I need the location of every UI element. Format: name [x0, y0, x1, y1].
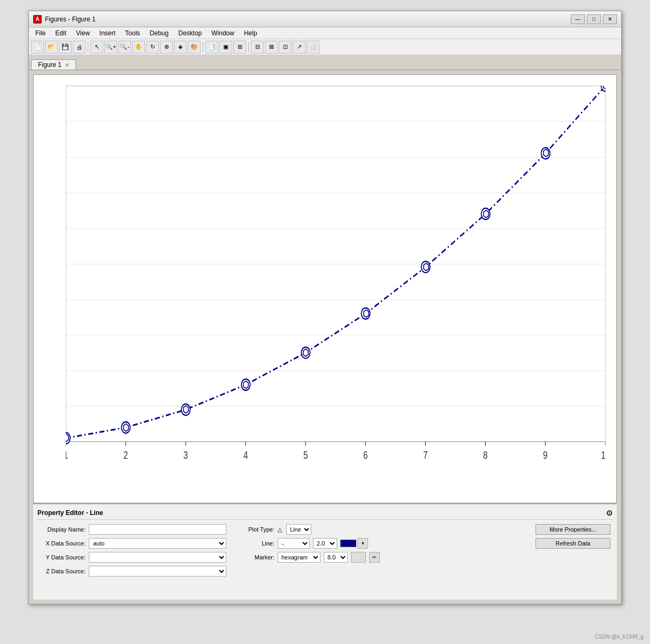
- svg-text:⬡: ⬡: [363, 308, 369, 319]
- x-data-source-row: X Data Source: auto: [37, 538, 226, 549]
- pan-button[interactable]: ✋: [132, 41, 145, 54]
- tile-v-button[interactable]: ⊠: [265, 41, 278, 54]
- tile-button[interactable]: ⊡: [279, 41, 292, 54]
- svg-text:⬡: ⬡: [602, 86, 606, 90]
- toolbar-sep-3: [248, 42, 249, 52]
- minimize-button[interactable]: —: [571, 14, 585, 24]
- z-data-source-select[interactable]: [89, 566, 226, 577]
- x-data-source-label: X Data Source:: [37, 540, 86, 547]
- svg-text:5: 5: [303, 449, 308, 461]
- property-editor: Property Editor - Line ⊙ Display Name: X…: [33, 503, 617, 600]
- toolbar: 📄 📂 💾 🖨 ↖ 🔍+ 🔍- ✋ ↻ ⊕ ◈ 🎨 📑 ▣ ⊞ ⊟ ⊠ ⊡ ↗ …: [29, 39, 621, 55]
- menu-debug[interactable]: Debug: [146, 29, 173, 37]
- save-button[interactable]: 💾: [59, 41, 72, 54]
- toolbar-sep-2: [203, 42, 203, 52]
- plot-type-label: Plot Type:: [237, 526, 274, 533]
- marker-label: Marker:: [237, 554, 274, 560]
- pe-right: More Properties... Refresh Data: [424, 524, 613, 577]
- marker-row: Marker: hexagram 8.0 ⬜ ✏: [237, 552, 419, 563]
- line-row: Line: -. - -- : 2.0 ▾: [237, 538, 419, 549]
- plot-container: 0 10 20 30 40 50 60 70 80 90 100: [33, 74, 617, 503]
- menu-window[interactable]: Window: [207, 29, 239, 37]
- maximize-button[interactable]: ⬜: [307, 41, 319, 54]
- tab-figure1[interactable]: Figure 1 ✕: [31, 59, 76, 70]
- window-title: Figures - Figure 1: [45, 16, 571, 23]
- watermark: CSDN @b_b1949_g: [595, 634, 644, 640]
- line-color-swatch: [340, 540, 356, 547]
- window-controls: — □ ✕: [571, 14, 617, 24]
- svg-text:6: 6: [363, 449, 368, 461]
- marker-edge-color-btn[interactable]: ✏: [369, 552, 380, 563]
- svg-text:⬡: ⬡: [483, 208, 489, 219]
- menu-view[interactable]: View: [72, 29, 94, 37]
- svg-text:⬡: ⬡: [542, 148, 549, 158]
- pe-left: Display Name: X Data Source: auto Y Data…: [37, 524, 226, 577]
- marker-style-select[interactable]: hexagram: [278, 552, 320, 563]
- display-name-row: Display Name:: [37, 524, 226, 535]
- colormap-button[interactable]: 🎨: [188, 41, 201, 54]
- marker-size-select[interactable]: 8.0: [324, 552, 348, 563]
- pe-collapse-icon[interactable]: ⊙: [606, 509, 613, 517]
- tabs-bar: Figure 1 ✕: [29, 55, 621, 70]
- subplot-button[interactable]: ⊞: [233, 41, 246, 54]
- print-button[interactable]: 🖨: [73, 41, 86, 54]
- print-preview-button[interactable]: 📑: [205, 41, 218, 54]
- svg-text:2: 2: [124, 449, 128, 461]
- menu-file[interactable]: File: [31, 29, 50, 37]
- marker-face-color-btn[interactable]: ⬜: [351, 552, 366, 563]
- new-button[interactable]: 📄: [31, 41, 44, 54]
- y-data-source-row: Y Data Source:: [37, 552, 226, 563]
- tile-h-button[interactable]: ⊟: [251, 41, 264, 54]
- zoom-out-button[interactable]: 🔍-: [118, 41, 131, 54]
- menu-edit[interactable]: Edit: [51, 29, 71, 37]
- svg-text:⬡: ⬡: [66, 433, 69, 443]
- brush-button[interactable]: ◈: [174, 41, 187, 54]
- arrow-button[interactable]: ↖: [90, 41, 103, 54]
- display-name-input[interactable]: [89, 524, 226, 535]
- close-button[interactable]: ✕: [603, 14, 617, 24]
- refresh-data-button[interactable]: Refresh Data: [536, 538, 610, 549]
- svg-text:⬡: ⬡: [182, 404, 189, 415]
- line-style-select[interactable]: -. - -- :: [278, 538, 310, 549]
- y-data-source-select[interactable]: [89, 552, 226, 563]
- main-window: A Figures - Figure 1 — □ ✕ File Edit Vie…: [28, 11, 622, 604]
- line-color-btn[interactable]: ▾: [357, 538, 368, 549]
- restore-button[interactable]: □: [587, 14, 601, 24]
- svg-text:4: 4: [243, 449, 248, 461]
- svg-rect-11: [66, 86, 606, 442]
- chart-svg: 0 10 20 30 40 50 60 70 80 90 100: [66, 86, 606, 481]
- menu-tools[interactable]: Tools: [121, 29, 144, 37]
- menu-insert[interactable]: Insert: [95, 29, 120, 37]
- z-data-source-label: Z Data Source:: [37, 568, 86, 574]
- svg-text:8: 8: [483, 449, 487, 461]
- datacursor-button[interactable]: ⊕: [160, 41, 173, 54]
- x-data-source-select[interactable]: auto: [89, 538, 226, 549]
- toolbar-sep-1: [88, 42, 88, 52]
- open-button[interactable]: 📂: [45, 41, 58, 54]
- undock-button[interactable]: ↗: [293, 41, 305, 54]
- rotate-button[interactable]: ↻: [146, 41, 159, 54]
- tab-label: Figure 1: [38, 61, 62, 69]
- plot-type-icon: △: [278, 526, 282, 533]
- more-properties-button[interactable]: More Properties...: [536, 524, 610, 535]
- menu-desktop[interactable]: Desktop: [174, 29, 206, 37]
- figure-area: 0 10 20 30 40 50 60 70 80 90 100: [29, 70, 621, 604]
- tab-close-icon[interactable]: ✕: [65, 62, 69, 68]
- app-icon: A: [33, 15, 42, 24]
- zoom-in-button[interactable]: 🔍+: [104, 41, 117, 54]
- menu-help[interactable]: Help: [240, 29, 262, 37]
- svg-text:10: 10: [601, 449, 606, 461]
- plot-type-select[interactable]: Line: [286, 524, 311, 535]
- svg-text:⬡: ⬡: [242, 379, 249, 390]
- menu-bar: File Edit View Insert Tools Debug Deskto…: [29, 27, 621, 39]
- chart-line[interactable]: [66, 86, 606, 438]
- pe-middle: Plot Type: △ Line Line: -. - -- :: [231, 524, 419, 577]
- y-data-source-label: Y Data Source:: [37, 554, 86, 560]
- line-label: Line:: [237, 540, 274, 547]
- line-width-select[interactable]: 2.0: [313, 538, 337, 549]
- svg-text:⬡: ⬡: [302, 347, 309, 358]
- svg-text:1: 1: [66, 449, 68, 461]
- figure-button[interactable]: ▣: [219, 41, 232, 54]
- svg-text:9: 9: [543, 449, 547, 461]
- z-data-source-row: Z Data Source:: [37, 566, 226, 577]
